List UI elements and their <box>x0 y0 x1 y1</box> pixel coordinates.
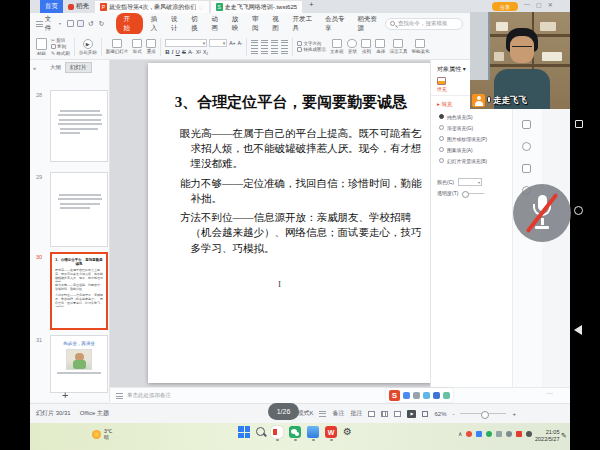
tray-icon-green[interactable] <box>486 431 492 437</box>
bold-button[interactable]: B <box>165 49 169 55</box>
tab-view[interactable]: 视图 <box>272 15 284 33</box>
tab-docer-resources[interactable]: 稻壳资源 <box>358 15 383 33</box>
tab-document-2[interactable]: S 走走飞飞网络培训-.twst625 <box>210 0 303 13</box>
close-button[interactable]: ✕ <box>548 1 553 8</box>
wechat-button[interactable] <box>289 426 301 441</box>
wps-button[interactable]: W <box>325 426 337 441</box>
font-size-select[interactable]: ▾ <box>209 39 227 47</box>
fit-window-icon[interactable] <box>422 411 428 417</box>
arrange-button[interactable]: 排列 <box>361 39 371 54</box>
tab-animation[interactable]: 动画 <box>211 15 223 33</box>
tray-icon-red[interactable] <box>466 431 472 437</box>
notes-bar[interactable]: 单击此处添加备注 <box>110 387 570 403</box>
zoom-out-button[interactable]: - <box>452 411 454 417</box>
select-button[interactable]: 选择 <box>375 39 385 54</box>
tool-mic-icon[interactable] <box>403 392 410 399</box>
android-home-button[interactable] <box>574 206 583 215</box>
notes-toggle-icon[interactable] <box>319 411 326 417</box>
increase-font-button[interactable]: A+ <box>229 40 235 46</box>
zoom-level[interactable]: 62% <box>434 411 446 417</box>
weather-widget[interactable]: 3℃晴 <box>92 428 112 440</box>
rearrange-button[interactable]: 重排 <box>146 39 156 54</box>
command-search-input[interactable]: 查找命令，搜索模板 <box>385 18 462 30</box>
tab-slideshow[interactable]: 放映 <box>232 15 244 33</box>
search-button[interactable] <box>256 426 265 441</box>
undo-icon[interactable]: ↺ <box>87 20 95 28</box>
tab-docer[interactable]: 稻壳 <box>63 0 94 13</box>
new-slide-button[interactable]: 新建幻灯片 <box>106 39 129 54</box>
save-icon[interactable] <box>77 20 84 27</box>
font-name-select[interactable]: ▾ <box>165 39 207 47</box>
tray-icon-security[interactable] <box>516 431 522 437</box>
outline-tab[interactable]: 大纲 <box>50 64 61 71</box>
line-spacing-icon[interactable] <box>281 40 288 46</box>
redo-icon[interactable]: ↻ <box>98 20 106 28</box>
color-dropdown[interactable]: ▾ <box>458 178 482 186</box>
slide-thumbnail-31[interactable]: 先就业，再择业 <box>50 335 108 393</box>
convert-diagram-button[interactable]: 转换成图示 <box>297 47 326 52</box>
slide-paragraph-1[interactable]: 眼光高——在属于自己的平台上提高。既不可跪着乞求招人烦，也不能破罐破摔惹人厌。现… <box>180 126 426 172</box>
paste-button[interactable]: 粘贴 <box>36 38 47 56</box>
align-center-icon[interactable] <box>261 48 268 54</box>
tab-document-1[interactable]: P 就业指导第4次，乘风破浪的你们 ♡ <box>94 0 210 13</box>
app-button[interactable] <box>271 426 283 441</box>
android-back-button[interactable] <box>574 325 582 335</box>
pen-icon[interactable]: ✎ <box>561 432 567 440</box>
align-left-icon[interactable] <box>251 48 258 54</box>
shapes-button[interactable]: 形状 <box>347 39 357 54</box>
strikethrough-button[interactable]: S <box>182 49 186 55</box>
textbox-button[interactable]: 文本框 <box>330 39 344 54</box>
network-icon[interactable] <box>526 431 532 437</box>
bullets-icon[interactable] <box>251 40 258 46</box>
tab-insert[interactable]: 插入 <box>151 15 163 33</box>
tab-devtools[interactable]: 开发工具 <box>293 15 318 33</box>
font-color-button[interactable]: A· <box>188 49 194 55</box>
align-right-icon[interactable] <box>271 48 278 54</box>
tool-pointer-icon[interactable] <box>433 392 440 399</box>
tab-design[interactable]: 设计 <box>171 15 183 33</box>
normal-view-icon[interactable] <box>368 411 375 417</box>
slide-paragraph-3[interactable]: 方法不到位——信息源开放：亲威朋友、学校招聘（机会越来越少）、网络信息；面试要走… <box>180 210 426 256</box>
slide-thumbnail-28[interactable] <box>50 90 108 162</box>
history-icon[interactable] <box>522 142 531 151</box>
justify-icon[interactable] <box>281 48 288 54</box>
settings-button[interactable]: ⚙ <box>343 426 352 441</box>
collapse-pane-button[interactable]: « <box>33 65 36 71</box>
underline-button[interactable]: U <box>176 49 180 55</box>
slideshow-button[interactable]: ▶ <box>407 410 416 418</box>
decrease-font-button[interactable]: A- <box>237 40 242 46</box>
start-button[interactable] <box>238 426 250 441</box>
properties-panel-icon[interactable] <box>522 120 531 129</box>
add-slide-button[interactable]: + <box>62 389 68 401</box>
radio-pattern-fill[interactable]: 图案填充(A) <box>431 144 512 155</box>
beautify-button[interactable]: 智能美化 <box>411 39 429 54</box>
tray-expand-button[interactable]: ∧ <box>458 430 462 437</box>
cut-button[interactable]: ✂剪切 <box>51 37 70 43</box>
current-slide[interactable]: 3、合理定位平台，要闯要勤要诚恳 眼光高——在属于自己的平台上提高。既不可跪着乞… <box>148 63 434 383</box>
presentation-tools-button[interactable]: 演示工具 <box>389 39 407 54</box>
tool-pen-icon[interactable] <box>413 392 420 399</box>
subscript-button[interactable]: X₂ <box>203 49 208 55</box>
format-painter-button[interactable]: ✎格式刷 <box>51 50 70 56</box>
copy-button[interactable]: 复制 <box>51 44 70 49</box>
numbering-icon[interactable] <box>261 40 268 46</box>
explorer-button[interactable] <box>307 426 319 441</box>
radio-gradient-fill[interactable]: 渐变填充(G) <box>431 122 512 133</box>
more-tools-button[interactable]: ··· <box>546 390 553 397</box>
tab-start[interactable]: 开始 <box>116 13 142 35</box>
slide-body-text[interactable]: 眼光高——在属于自己的平台上提高。既不可跪着乞求招人烦，也不能破罐破摔惹人厌。现… <box>180 126 426 256</box>
clock[interactable]: 21:05 2022/5/27 <box>535 429 559 443</box>
selection-pane-icon[interactable] <box>522 164 531 173</box>
slides-tab[interactable]: 幻灯片 <box>65 62 92 73</box>
slide-sorter-view-icon[interactable] <box>381 411 388 417</box>
slide-thumbnail-29[interactable] <box>50 172 108 247</box>
radio-background-fill[interactable]: 幻灯片背景填充(B) <box>431 155 512 166</box>
s-tool-logo[interactable]: S <box>389 390 400 401</box>
android-recents-button[interactable] <box>575 120 583 128</box>
mute-microphone-button[interactable] <box>513 184 571 242</box>
volume-icon[interactable] <box>506 431 512 437</box>
tray-icon-device[interactable] <box>496 431 502 437</box>
zoom-slider[interactable] <box>460 413 506 414</box>
radio-solid-fill[interactable]: 纯色填充(S) <box>431 111 512 122</box>
minimize-button[interactable]: — <box>524 1 530 8</box>
